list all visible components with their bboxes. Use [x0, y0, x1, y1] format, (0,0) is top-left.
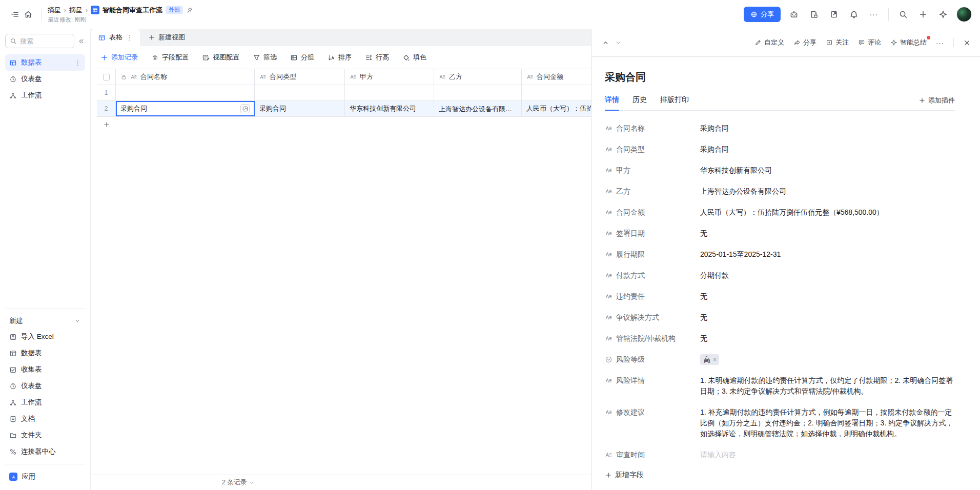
- sidebar-item-new-dashboard[interactable]: 仪表盘: [5, 378, 85, 394]
- tab-history[interactable]: 历史: [632, 95, 647, 111]
- share-button[interactable]: 分享: [744, 7, 781, 22]
- field-value[interactable]: 华东科技创新有限公司: [700, 165, 955, 176]
- column-header[interactable]: 合同名称: [116, 69, 255, 85]
- home-icon[interactable]: [22, 8, 35, 21]
- view-menu-icon[interactable]: ⋮: [126, 34, 133, 42]
- field-label[interactable]: 签署日期: [605, 228, 697, 239]
- breadcrumb-item[interactable]: 摘星: [69, 6, 83, 15]
- field-label[interactable]: 合同金额: [605, 207, 697, 218]
- record-count[interactable]: 2 条记录: [222, 478, 247, 487]
- panel-share-button[interactable]: 分享: [793, 38, 816, 47]
- close-panel-icon[interactable]: [963, 39, 971, 47]
- add-plugin-button[interactable]: 添加插件: [918, 96, 955, 110]
- filter-button[interactable]: 筛选: [253, 53, 277, 62]
- field-value[interactable]: 上海智达办公设备有限公司: [700, 186, 955, 197]
- row-number[interactable]: 2: [97, 101, 116, 116]
- field-label[interactable]: 风险详情: [605, 375, 697, 397]
- field-label[interactable]: 甲方: [605, 165, 697, 176]
- open-external-icon[interactable]: [827, 8, 841, 21]
- sidebar-item-import-excel[interactable]: 导入 Excel: [5, 329, 85, 345]
- row-number[interactable]: 1: [97, 85, 116, 100]
- expand-record-icon[interactable]: [240, 104, 250, 113]
- user-avatar[interactable]: [956, 7, 972, 22]
- add-record-button[interactable]: 添加记录: [100, 53, 138, 62]
- field-value[interactable]: 采购合同: [700, 123, 955, 134]
- create-new-icon[interactable]: [916, 8, 930, 21]
- tag-remove-icon[interactable]: ×: [713, 357, 717, 363]
- fill-color-button[interactable]: 填色: [402, 53, 426, 62]
- field-value[interactable]: 无: [700, 228, 955, 239]
- column-header[interactable]: 合同金额: [522, 69, 591, 85]
- breadcrumb-item[interactable]: 摘星: [48, 6, 61, 15]
- table-cell[interactable]: 华东科技创新有限公司: [345, 101, 434, 116]
- pin-icon[interactable]: [186, 7, 193, 14]
- ai-summary-button[interactable]: 智能总结: [890, 38, 927, 47]
- item-menu-icon[interactable]: ⋮: [74, 59, 81, 67]
- search-input[interactable]: [20, 37, 56, 45]
- previous-record-icon[interactable]: [602, 39, 609, 47]
- field-value[interactable]: 高 ×: [700, 354, 955, 365]
- field-label[interactable]: 乙方: [605, 186, 697, 197]
- select-all-cell[interactable]: [97, 69, 116, 85]
- document-title[interactable]: 智能合同审查工作流: [103, 6, 162, 15]
- tab-print-layout[interactable]: 排版打印: [660, 95, 689, 111]
- group-button[interactable]: 分组: [290, 53, 314, 62]
- sidebar-toggle-icon[interactable]: [8, 8, 22, 21]
- sort-button[interactable]: 排序: [328, 53, 352, 62]
- field-label[interactable]: 争议解决方式: [605, 312, 697, 323]
- table-cell[interactable]: [255, 85, 345, 100]
- sidebar-item-dashboard[interactable]: 仪表盘: [5, 71, 85, 87]
- field-label[interactable]: 修改建议: [605, 407, 697, 439]
- row-height-button[interactable]: 行高: [365, 53, 389, 62]
- column-header[interactable]: 合同类型: [255, 69, 345, 85]
- collapse-sidebar-icon[interactable]: [77, 37, 85, 45]
- field-value-placeholder[interactable]: 请输入内容: [700, 450, 955, 460]
- global-search-icon[interactable]: [896, 8, 910, 21]
- comment-button[interactable]: 评论: [858, 38, 881, 47]
- field-value[interactable]: 无: [700, 291, 955, 302]
- sidebar-item-new-datatable[interactable]: 数据表: [5, 345, 85, 361]
- sidebar-item-datatable[interactable]: 数据表 ⋮: [5, 54, 85, 71]
- field-label[interactable]: 履行期限: [605, 249, 697, 260]
- notification-bell-icon[interactable]: [847, 8, 861, 21]
- add-row-plus-icon[interactable]: [97, 121, 116, 128]
- field-value[interactable]: 人民币（大写）：伍拾陆万捌仟伍佰元整（¥568,500.00）: [700, 207, 955, 218]
- tab-grid-view[interactable]: 表格 ⋮: [91, 29, 140, 46]
- add-field-button[interactable]: 新增字段: [605, 471, 955, 480]
- table-cell[interactable]: [522, 85, 591, 100]
- sidebar-item-new-form[interactable]: 收集表: [5, 361, 85, 378]
- field-label[interactable]: 付款方式: [605, 270, 697, 281]
- follow-button[interactable]: 关注: [826, 38, 849, 47]
- risk-level-tag[interactable]: 高 ×: [700, 354, 719, 365]
- panel-more-icon[interactable]: ···: [936, 39, 944, 47]
- add-row[interactable]: [97, 117, 591, 132]
- field-value[interactable]: 无: [700, 312, 955, 323]
- field-config-button[interactable]: 字段配置: [151, 53, 189, 62]
- field-label[interactable]: 合同名称: [605, 123, 697, 134]
- sidebar-search[interactable]: [5, 34, 74, 48]
- next-record-icon[interactable]: [615, 39, 622, 47]
- field-label[interactable]: 管辖法院/仲裁机构: [605, 333, 697, 344]
- new-view-button[interactable]: 新建视图: [140, 29, 193, 46]
- select-all-checkbox[interactable]: [103, 74, 110, 80]
- sidebar-item-new-workflow[interactable]: 工作流: [5, 394, 85, 411]
- table-cell[interactable]: [116, 85, 255, 100]
- sidebar-item-workflow[interactable]: 工作流: [5, 87, 85, 104]
- field-value[interactable]: 分期付款: [700, 270, 955, 281]
- field-value[interactable]: 1. 补充逾期付款的违约责任计算方式，例如每逾期一日，按照未付款金额的一定比例（…: [700, 407, 955, 439]
- field-value[interactable]: 1. 未明确逾期付款的违约责任计算方式，仅约定了付款期限；2. 未明确合同签署日…: [700, 375, 955, 397]
- table-cell[interactable]: 采购合同: [255, 101, 345, 116]
- sidebar-section-new[interactable]: 新建: [5, 313, 85, 329]
- tab-details[interactable]: 详情: [605, 95, 619, 111]
- field-label[interactable]: 合同类型: [605, 144, 697, 155]
- column-header[interactable]: 乙方: [434, 69, 522, 85]
- sidebar-item-new-document[interactable]: 文档: [5, 411, 85, 427]
- sidebar-item-new-folder[interactable]: 文件夹: [5, 427, 85, 443]
- field-label[interactable]: 风险等级: [605, 354, 697, 365]
- field-value[interactable]: 无: [700, 333, 955, 344]
- selected-cell[interactable]: 采购合同: [116, 101, 255, 116]
- table-cell[interactable]: [345, 85, 434, 100]
- sidebar-item-apps[interactable]: 应用: [5, 468, 85, 485]
- field-label[interactable]: 审查时间: [605, 450, 697, 460]
- more-actions-icon[interactable]: ···: [867, 8, 881, 21]
